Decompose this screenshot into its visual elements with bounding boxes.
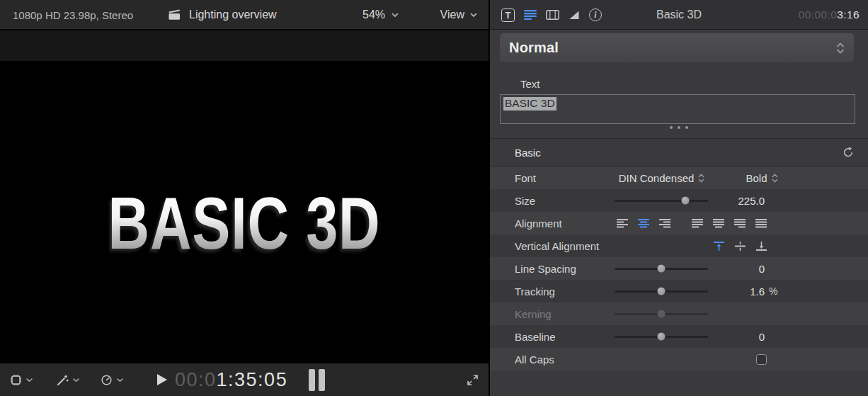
fcp-window: 1080p HD 23.98p, Stereo Lighting overvie… <box>0 0 868 396</box>
view-popup[interactable]: View <box>440 0 477 30</box>
justify-center-button[interactable] <box>713 219 724 228</box>
viewer-timecode[interactable]: 00:01:35:05 <box>175 363 287 396</box>
zoom-value: 54% <box>362 9 385 21</box>
slider-thumb <box>658 310 666 318</box>
chevron-down-icon <box>470 13 477 18</box>
font-row: Font DIN Condensed Bold <box>490 166 868 189</box>
tab-title-icon[interactable]: T <box>501 9 515 22</box>
text-input-value: BASIC 3D <box>503 97 556 111</box>
tab-text-icon[interactable] <box>524 10 537 20</box>
justify-right-button[interactable] <box>734 219 746 228</box>
justify-full-button[interactable] <box>755 219 767 228</box>
basic-section-rows: Font DIN Condensed Bold Size <box>490 166 868 370</box>
timecode-bright: 3:16 <box>837 9 860 21</box>
font-label: Font <box>515 166 536 189</box>
font-weight-popup[interactable]: Bold <box>732 166 792 189</box>
tracking-row: Tracking 1.6 % <box>490 280 868 302</box>
timecode-bright: 1:35:05 <box>217 369 288 391</box>
audio-meters[interactable] <box>309 369 325 391</box>
tab-video-icon[interactable] <box>546 10 559 20</box>
kerning-row: Kerning <box>490 302 868 325</box>
baseline-value[interactable]: 0 <box>719 325 765 348</box>
text-input[interactable]: BASIC 3D <box>500 94 855 124</box>
viewer-toolbar: 1080p HD 23.98p, Stereo Lighting overvie… <box>0 0 489 30</box>
transform-menu[interactable] <box>10 363 33 396</box>
slider-thumb[interactable] <box>658 333 666 341</box>
vertical-alignment-label: Vertical Alignment <box>515 234 599 257</box>
project-title-group: Lighting overview <box>168 0 277 30</box>
align-right-button[interactable] <box>659 219 670 228</box>
zoom-popup[interactable]: 54% <box>362 0 399 30</box>
audio-meter-right <box>319 369 325 391</box>
audio-meter-left <box>309 369 315 391</box>
tracking-slider[interactable] <box>615 290 708 293</box>
alignment-row: Alignment <box>490 212 868 234</box>
tracking-value[interactable]: 1.6 <box>719 280 765 302</box>
view-label: View <box>440 9 464 21</box>
inspector-timecode: 00:00:03:16 <box>799 0 860 30</box>
line-spacing-label: Line Spacing <box>515 257 576 280</box>
i-glyph: i <box>594 10 596 21</box>
retime-menu[interactable] <box>101 363 123 396</box>
chevron-updown-icon <box>836 41 845 55</box>
slider-thumb[interactable] <box>682 197 690 205</box>
timecode-dim: 00:0 <box>175 369 217 391</box>
chevron-down-icon <box>26 378 33 383</box>
text-section-label: Text <box>520 78 540 90</box>
play-button[interactable] <box>157 374 167 385</box>
effects-menu[interactable] <box>57 363 79 396</box>
project-title: Lighting overview <box>189 9 277 21</box>
tracking-label: Tracking <box>515 280 555 302</box>
chevron-updown-icon <box>772 173 778 183</box>
vertical-alignment-row: Vertical Alignment <box>490 234 868 257</box>
basic-section-header[interactable]: Basic <box>490 139 868 166</box>
size-label: Size <box>515 189 535 212</box>
chevron-down-icon <box>73 378 79 383</box>
format-label: 1080p HD 23.98p, Stereo <box>13 0 133 30</box>
expand-icon <box>466 373 479 387</box>
alignment-buttons <box>617 212 670 234</box>
transform-icon <box>10 374 22 386</box>
clapper-icon <box>168 9 181 21</box>
all-caps-checkbox[interactable] <box>756 354 767 365</box>
all-caps-row: All Caps <box>490 348 868 370</box>
style-preset-value: Normal <box>509 40 559 56</box>
vertical-alignment-buttons <box>714 234 767 257</box>
size-value[interactable]: 225.0 <box>719 189 765 212</box>
tab-ramp-icon[interactable] <box>569 10 580 20</box>
font-family-popup[interactable]: DIN Condensed <box>610 166 713 189</box>
slider-thumb[interactable] <box>658 265 666 273</box>
reset-button[interactable] <box>843 147 854 161</box>
viewer-pane: 1080p HD 23.98p, Stereo Lighting overvie… <box>0 0 489 396</box>
text-field-resize-handle[interactable] <box>490 126 868 129</box>
align-left-button[interactable] <box>617 219 628 228</box>
style-preset-popup[interactable]: Normal <box>500 33 854 62</box>
line-spacing-value[interactable]: 0 <box>719 257 765 280</box>
valign-top-button[interactable] <box>714 242 724 251</box>
size-slider[interactable] <box>615 200 708 202</box>
effects-wand-icon <box>57 374 69 386</box>
align-center-button[interactable] <box>638 219 649 228</box>
alignment-label: Alignment <box>515 212 562 234</box>
tab-info-icon[interactable]: i <box>589 9 602 21</box>
valign-middle-button[interactable] <box>735 242 746 251</box>
line-spacing-row: Line Spacing 0 <box>490 257 868 280</box>
font-weight-value: Bold <box>746 172 767 184</box>
tracking-unit: % <box>769 280 777 302</box>
basic-section-label: Basic <box>515 139 541 166</box>
canvas-title-text: BASIC 3D <box>54 186 435 260</box>
valign-bottom-button[interactable] <box>756 242 767 251</box>
line-spacing-slider[interactable] <box>615 268 708 270</box>
t-glyph: T <box>506 10 511 21</box>
reset-arrow-icon <box>843 147 854 158</box>
baseline-slider[interactable] <box>615 336 708 338</box>
inspector-toolbar: T i B <box>490 0 868 30</box>
expand-viewer-button[interactable] <box>466 373 479 390</box>
kerning-label: Kerning <box>515 302 552 325</box>
all-caps-label: All Caps <box>515 348 554 370</box>
slider-thumb[interactable] <box>658 288 666 295</box>
chevron-down-icon <box>117 378 123 383</box>
inspector-tabs: T i <box>501 0 602 30</box>
justify-left-button[interactable] <box>692 219 703 228</box>
chevron-updown-icon <box>698 173 704 183</box>
